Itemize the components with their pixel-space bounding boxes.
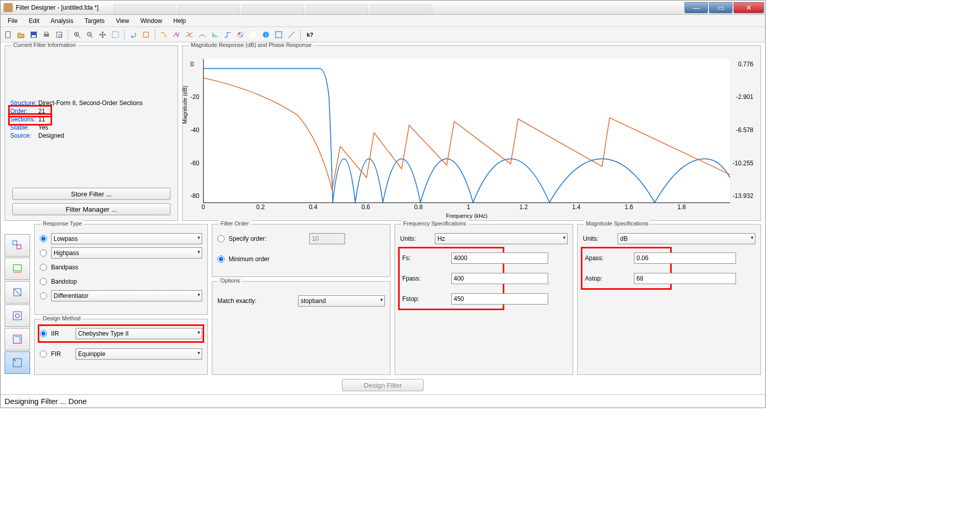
fir-radio[interactable] bbox=[40, 350, 47, 358]
xtick: 0 bbox=[202, 204, 205, 211]
svg-text:i: i bbox=[265, 32, 266, 38]
freq-units-select[interactable]: Hz bbox=[435, 233, 568, 244]
print-preview-icon[interactable] bbox=[54, 29, 65, 40]
xtick: 1.2 bbox=[520, 204, 528, 211]
store-filter-button[interactable]: Store Filter ... bbox=[12, 188, 170, 200]
print-icon[interactable] bbox=[41, 29, 52, 40]
info-legend: Current Filter Information bbox=[11, 42, 78, 48]
astop-label: Astop: bbox=[585, 275, 626, 282]
design-filter-button[interactable]: Design Filter bbox=[342, 379, 424, 391]
zoom-out-icon[interactable] bbox=[84, 29, 95, 40]
mag-units-select[interactable]: dB bbox=[618, 233, 755, 244]
zoom-in-icon[interactable] bbox=[71, 29, 83, 40]
response-step-icon[interactable] bbox=[222, 29, 233, 40]
fir-select[interactable]: Equiripple bbox=[76, 348, 202, 360]
redo-icon[interactable] bbox=[140, 29, 152, 40]
minimize-button[interactable]: — bbox=[684, 2, 708, 13]
apass-input[interactable] bbox=[634, 252, 736, 264]
highpass-select[interactable]: Highpass bbox=[51, 247, 202, 259]
new-icon[interactable] bbox=[3, 29, 14, 40]
save-icon[interactable] bbox=[28, 29, 39, 40]
response-phase-icon[interactable] bbox=[171, 29, 182, 40]
response-coef-icon[interactable] bbox=[248, 29, 259, 40]
menu-window[interactable]: Window bbox=[135, 16, 167, 26]
design-method-panel: Design Method IIRChebyshev Type II FIREq… bbox=[34, 319, 208, 375]
xtick: 1.4 bbox=[572, 204, 581, 211]
menu-edit[interactable]: Edit bbox=[23, 16, 44, 26]
plot-legend: Magnitude Response (dB) and Phase Respon… bbox=[189, 42, 313, 48]
specify-order-input[interactable] bbox=[309, 233, 345, 244]
menu-file[interactable]: File bbox=[3, 16, 22, 26]
lowpass-select[interactable]: Lowpass bbox=[51, 233, 202, 244]
sidetool-design-icon[interactable] bbox=[5, 351, 30, 374]
order-label: Order: bbox=[10, 108, 38, 115]
iir-label: IIR bbox=[51, 330, 71, 337]
open-icon[interactable] bbox=[15, 29, 27, 40]
match-select[interactable]: stopband bbox=[298, 295, 385, 307]
lowpass-radio[interactable] bbox=[40, 235, 47, 242]
menu-analysis[interactable]: Analysis bbox=[45, 16, 79, 26]
fpass-input[interactable] bbox=[451, 273, 548, 284]
window-title: Filter Designer - [untitled.fda *] bbox=[16, 4, 99, 11]
fstop-label: Fstop: bbox=[402, 295, 443, 302]
sidetool-3-icon[interactable] bbox=[5, 281, 30, 304]
diff-select[interactable]: Differentiator bbox=[51, 290, 202, 301]
response-group-icon[interactable] bbox=[197, 29, 208, 40]
filter-manager-button[interactable]: Filter Manager ... bbox=[12, 203, 170, 215]
fs-input[interactable] bbox=[451, 252, 548, 264]
response-magphase-icon[interactable] bbox=[184, 29, 195, 40]
response-polezero-icon[interactable] bbox=[235, 29, 246, 40]
ytick2: -13.932 bbox=[732, 192, 753, 199]
iir-select[interactable]: Chebyshev Type II bbox=[76, 328, 202, 339]
fstop-input[interactable] bbox=[451, 293, 548, 305]
svg-rect-4 bbox=[45, 32, 48, 34]
source-label: Source: bbox=[10, 132, 38, 139]
minimum-order-radio[interactable] bbox=[217, 256, 225, 263]
undo-icon[interactable] bbox=[128, 29, 139, 40]
xtick: 0.8 bbox=[414, 204, 423, 211]
sidetool-1-icon[interactable] bbox=[5, 234, 30, 257]
sidetool-4-icon[interactable] bbox=[5, 305, 30, 327]
sidetool-5-icon[interactable] bbox=[5, 328, 30, 350]
sections-label: Sections: bbox=[10, 116, 38, 123]
bandpass-label: Bandpass bbox=[51, 264, 78, 271]
bandstop-label: Bandstop bbox=[51, 278, 77, 285]
mag-legend: Magnitude Specifications bbox=[584, 220, 650, 226]
close-button[interactable]: ✕ bbox=[733, 2, 764, 13]
response-view1-icon[interactable] bbox=[273, 29, 284, 40]
structure-label: Structure: bbox=[10, 99, 38, 107]
current-filter-info-panel: Current Filter Information Structure:Dir… bbox=[5, 45, 178, 221]
ytick1: -80 bbox=[190, 192, 199, 199]
xtick: 0.6 bbox=[361, 204, 370, 211]
response-info-icon[interactable]: i bbox=[260, 29, 272, 40]
menu-targets[interactable]: Targets bbox=[80, 16, 110, 26]
bandpass-radio[interactable] bbox=[40, 264, 47, 271]
structure-value: Direct-Form II, Second-Order Sections bbox=[38, 99, 143, 107]
sidetool-2-icon[interactable] bbox=[5, 258, 30, 280]
menu-view[interactable]: View bbox=[111, 16, 134, 26]
zoom-fit-icon[interactable] bbox=[110, 29, 121, 40]
ytick1: 0 bbox=[190, 61, 194, 68]
match-label: Match exactly: bbox=[217, 297, 294, 305]
menu-help[interactable]: Help bbox=[168, 16, 191, 26]
sections-value: 11 bbox=[38, 116, 45, 123]
maximize-button[interactable]: ▭ bbox=[709, 2, 732, 13]
diff-radio[interactable] bbox=[40, 292, 47, 299]
specify-order-radio[interactable] bbox=[217, 235, 225, 242]
pan-icon[interactable] bbox=[97, 29, 108, 40]
help-icon[interactable]: k? bbox=[304, 29, 315, 40]
svg-rect-19 bbox=[13, 241, 17, 245]
ytick1: -20 bbox=[190, 93, 199, 100]
iir-radio[interactable] bbox=[40, 330, 47, 337]
response-mag-icon[interactable] bbox=[158, 29, 169, 40]
xtick: 1.8 bbox=[677, 204, 686, 211]
highpass-radio[interactable] bbox=[40, 249, 47, 257]
ytick2: -6.578 bbox=[736, 127, 753, 134]
svg-rect-0 bbox=[6, 32, 10, 38]
response-view2-icon[interactable] bbox=[286, 29, 297, 40]
fs-label: Fs: bbox=[402, 255, 443, 262]
astop-input[interactable] bbox=[634, 273, 736, 284]
svg-rect-9 bbox=[112, 32, 118, 38]
response-impulse-icon[interactable] bbox=[209, 29, 220, 40]
bandstop-radio[interactable] bbox=[40, 278, 47, 285]
